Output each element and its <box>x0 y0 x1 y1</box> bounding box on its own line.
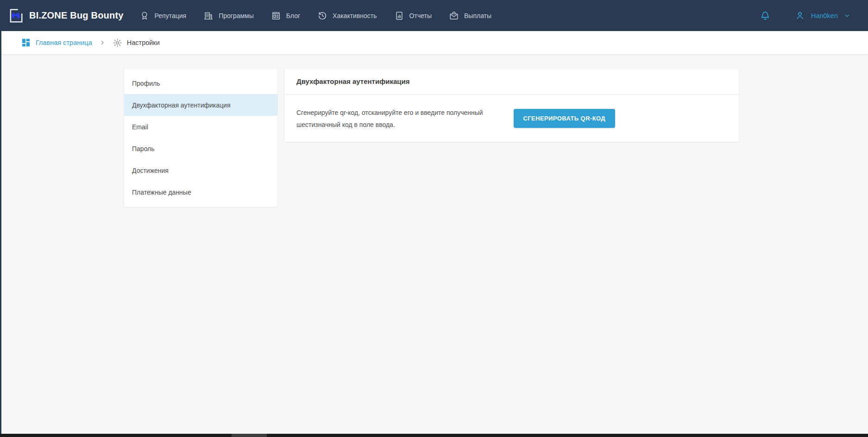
award-icon <box>139 11 150 21</box>
breadcrumb-home-link[interactable]: Главная страница <box>21 38 92 48</box>
panel-description: Сгенерируйте qr-код, отсканируйте его и … <box>296 107 504 131</box>
breadcrumb-current: Настройки <box>113 38 160 48</box>
nav-item-payouts[interactable]: Выплаты <box>449 11 491 21</box>
sidebar-item-achievements[interactable]: Достижения <box>124 159 277 181</box>
gear-icon <box>113 38 122 48</box>
brand-title: BI.ZONE Bug Bounty <box>29 10 124 21</box>
sidebar-item-two-factor[interactable]: Двухфакторная аутентификация <box>124 94 277 116</box>
horizontal-scrollbar[interactable] <box>0 434 868 437</box>
navbar-right: Han0ken <box>760 10 850 21</box>
main-nav: Репутация Программы <box>139 11 492 21</box>
nav-item-label: Программы <box>219 12 254 19</box>
user-menu[interactable]: Han0ken <box>795 11 850 21</box>
nav-item-programs[interactable]: Программы <box>203 11 254 21</box>
bizone-bug-logo-icon <box>7 7 24 24</box>
panel-body: Сгенерируйте qr-код, отсканируйте его и … <box>284 95 739 142</box>
settings-sidebar: Профиль Двухфакторная аутентификация Ema… <box>124 68 278 207</box>
payments-icon <box>449 11 459 21</box>
generate-qr-button[interactable]: СГЕНЕРИРОВАТЬ QR-КОД <box>514 109 615 128</box>
nav-item-label: Отчеты <box>409 12 432 19</box>
nav-item-label: Репутация <box>155 12 187 19</box>
sidebar-item-email[interactable]: Email <box>124 116 277 138</box>
chevron-right-icon <box>100 40 105 45</box>
breadcrumb-home-label: Главная страница <box>36 39 92 46</box>
left-edge-strip <box>0 31 1 434</box>
settings-page: Профиль Двухфакторная аутентификация Ema… <box>124 68 868 207</box>
nav-item-label: Блог <box>286 12 300 19</box>
two-factor-panel: Двухфакторная аутентификация Сгенерируйт… <box>284 68 739 142</box>
nav-item-reports[interactable]: Отчеты <box>394 11 432 21</box>
breadcrumb: Главная страница Настройки <box>0 31 868 55</box>
newspaper-icon <box>271 11 281 21</box>
building-icon <box>203 11 214 21</box>
report-icon <box>394 11 404 21</box>
nav-item-blog[interactable]: Блог <box>271 11 300 21</box>
brand-logo[interactable]: BI.ZONE Bug Bounty <box>7 7 124 24</box>
scrollbar-thumb[interactable] <box>232 434 267 437</box>
breadcrumb-current-label: Настройки <box>127 39 160 46</box>
panel-title: Двухфакторная аутентификация <box>296 77 410 85</box>
history-icon <box>317 11 327 21</box>
dashboard-icon <box>21 38 31 48</box>
panel-header: Двухфакторная аутентификация <box>284 69 739 95</box>
sidebar-item-password[interactable]: Пароль <box>124 138 277 159</box>
sidebar-item-profile[interactable]: Профиль <box>124 72 277 94</box>
nav-item-reputation[interactable]: Репутация <box>139 11 187 21</box>
user-icon <box>795 11 805 21</box>
bell-icon[interactable] <box>760 10 771 21</box>
nav-item-label: Хакактивность <box>333 12 377 19</box>
nav-item-hackactivity[interactable]: Хакактивность <box>317 11 377 21</box>
top-navbar: BI.ZONE Bug Bounty Репутация Програм <box>0 0 868 31</box>
chevron-down-icon <box>844 13 850 19</box>
nav-item-label: Выплаты <box>464 12 491 19</box>
sidebar-item-payment-data[interactable]: Платежные данные <box>124 181 277 203</box>
user-name: Han0ken <box>811 12 838 19</box>
